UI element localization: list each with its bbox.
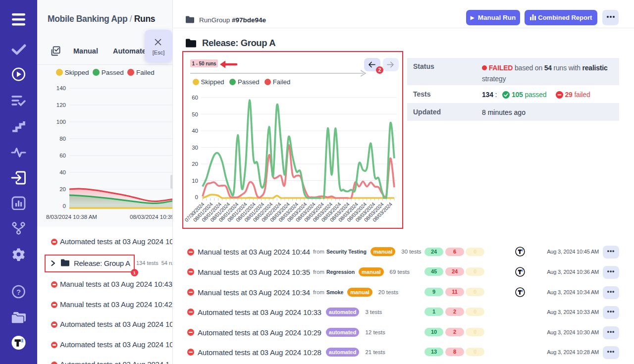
svg-text:10: 10 <box>192 178 198 184</box>
svg-text:140: 140 <box>56 85 66 91</box>
svg-text:08/03/2024 10:39: 08/03/2024 10:39 <box>130 214 173 220</box>
svg-text:8/03/2024 10:38 AM: 8/03/2024 10:38 AM <box>46 214 97 220</box>
svg-text:60: 60 <box>192 95 198 101</box>
svg-text:30: 30 <box>192 145 198 151</box>
svg-text:80: 80 <box>59 136 66 142</box>
svg-text:20: 20 <box>59 186 66 192</box>
svg-text:40: 40 <box>59 169 66 175</box>
svg-text:50: 50 <box>192 111 198 117</box>
svg-text:100: 100 <box>56 119 66 125</box>
svg-text:?: ? <box>16 288 21 296</box>
svg-text:0: 0 <box>63 203 66 209</box>
svg-text:0: 0 <box>195 194 198 200</box>
svg-text:20: 20 <box>192 161 198 167</box>
svg-text:40: 40 <box>192 128 198 134</box>
svg-text:60: 60 <box>59 153 66 158</box>
svg-text:120: 120 <box>56 102 66 108</box>
